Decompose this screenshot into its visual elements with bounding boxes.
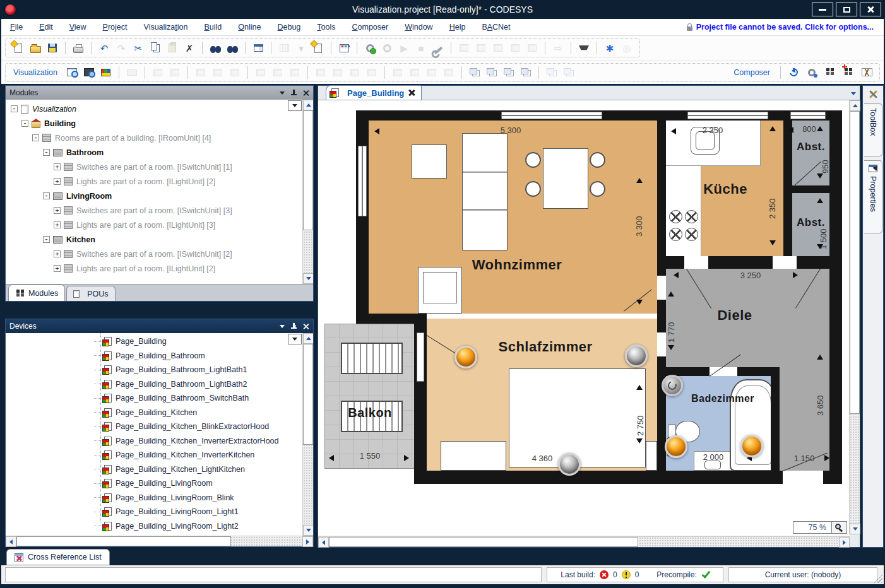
composer-settings-icon[interactable]: ✱ — [602, 40, 617, 56]
menu-visualization[interactable]: Visualization — [144, 23, 188, 32]
lamp-badezimmer-right[interactable] — [740, 435, 763, 457]
device-item[interactable]: Page_Building_Bathroom_LightBath1 — [6, 363, 313, 377]
tab-page-building[interactable]: Page_Building — [326, 85, 422, 100]
scroll-up-icon[interactable] — [303, 333, 313, 344]
tree-item-bathroom[interactable]: -Bathroom — [8, 145, 313, 160]
menu-view[interactable]: View — [69, 23, 86, 32]
zoom-value[interactable]: 75 % — [793, 521, 832, 534]
new-file-icon[interactable] — [11, 40, 26, 56]
open-file-icon[interactable] — [28, 40, 43, 56]
close-button[interactable] — [860, 3, 881, 16]
online-config-wrench-icon[interactable] — [431, 40, 446, 56]
tree-item-switches[interactable]: +Switches are part of a room. [ISwitchUn… — [8, 203, 313, 218]
close-icon[interactable] — [303, 90, 309, 96]
scroll-down-icon[interactable] — [850, 524, 860, 534]
close-icon[interactable] — [303, 323, 309, 329]
expand-icon[interactable]: + — [54, 265, 61, 272]
save-icon[interactable] — [45, 40, 60, 56]
device-item[interactable]: Page_Building_Kitchen_BlinkExtractorHood — [6, 420, 313, 434]
pin-icon[interactable] — [291, 90, 297, 97]
scroll-right-icon[interactable] — [302, 536, 313, 547]
device-repository-cart-icon[interactable] — [576, 40, 591, 56]
tab-cross-reference-list[interactable]: Cross Reference List — [6, 549, 110, 565]
tree-item-rooms[interactable]: -Rooms are part of a building. [IRoomUni… — [8, 131, 313, 145]
menu-bacnet[interactable]: BACNet — [482, 23, 510, 32]
device-item[interactable]: Page_Building_Kitchen_LightKitchen — [6, 462, 313, 477]
scroll-down-icon[interactable] — [303, 525, 313, 536]
device-item[interactable]: Page_Building_Kitchen_InverterExtractorH… — [6, 434, 313, 449]
menu-online[interactable]: Online — [238, 23, 261, 32]
devices-panel-header[interactable]: Devices — [6, 319, 313, 333]
menu-debug[interactable]: Debug — [277, 23, 300, 32]
tree-item-kitchen[interactable]: -Kitchen — [8, 232, 313, 247]
scroll-right-icon[interactable] — [839, 537, 850, 548]
send-to-back-icon[interactable] — [518, 65, 533, 80]
device-item[interactable]: Page_Building_Bathroom_SwitchBath — [6, 391, 313, 406]
maximize-button[interactable] — [836, 3, 857, 16]
scroll-thumb[interactable] — [303, 344, 313, 445]
expand-icon[interactable]: + — [54, 178, 61, 185]
delete-icon[interactable]: ✗ — [182, 40, 197, 56]
devices-hscrollbar[interactable] — [6, 536, 313, 546]
scroll-thumb[interactable] — [303, 110, 313, 230]
library-manager-icon[interactable] — [251, 40, 266, 56]
hotkey-configuration-icon[interactable] — [81, 65, 97, 80]
new-page-icon[interactable] — [311, 40, 326, 56]
collapse-icon[interactable]: - — [43, 192, 50, 199]
tree-item-building[interactable]: -Building — [8, 116, 313, 131]
tree-filter-dropdown[interactable] — [288, 100, 302, 111]
interface-editor-icon[interactable] — [64, 65, 80, 80]
collapse-icon[interactable]: - — [43, 149, 50, 156]
menu-window[interactable]: Window — [405, 23, 432, 32]
tab-list-dropdown-icon[interactable] — [851, 92, 856, 98]
device-item[interactable]: Page_Building_LivingRoom_Light2 — [6, 519, 313, 534]
device-item[interactable]: Page_Building_Bathroom — [6, 349, 313, 363]
panel-menu-icon[interactable] — [280, 325, 285, 331]
collapse-icon[interactable]: - — [11, 105, 18, 112]
bring-to-front-icon[interactable] — [467, 65, 482, 80]
device-item[interactable]: Page_Building — [6, 334, 313, 349]
tab-pous[interactable]: POUs — [66, 286, 115, 301]
minimize-button[interactable] — [812, 3, 833, 16]
menu-edit[interactable]: Edit — [39, 23, 53, 32]
scroll-down-icon[interactable] — [303, 273, 313, 284]
scroll-thumb[interactable] — [16, 536, 231, 546]
login-icon[interactable] — [362, 40, 377, 56]
add-module-library-icon[interactable] — [841, 65, 856, 80]
menu-build[interactable]: Build — [205, 23, 222, 32]
scroll-left-icon[interactable] — [318, 537, 329, 548]
tree-item-livingroom[interactable]: -LivingRoom — [8, 189, 313, 203]
devices-vscrollbar[interactable] — [302, 333, 313, 536]
tree-item-lights[interactable]: +Lights are part of a room. [ILightUnit]… — [8, 261, 313, 276]
switch-schlafzimmer-bottom[interactable] — [558, 453, 581, 476]
scroll-up-icon[interactable] — [850, 100, 860, 111]
zoom-tool-button[interactable] — [832, 521, 847, 534]
expand-icon[interactable]: + — [54, 163, 61, 170]
build-icon[interactable] — [336, 40, 352, 56]
close-tab-icon[interactable] — [408, 90, 415, 96]
expand-icon[interactable]: + — [54, 207, 61, 214]
tree-item-switches[interactable]: +Switches are part of a room. [ISwitchUn… — [8, 247, 313, 261]
canvas-vscrollbar[interactable] — [849, 100, 860, 534]
modules-vscrollbar[interactable] — [302, 100, 313, 284]
readonly-warning[interactable]: Project file cannot be saved. Click for … — [687, 23, 874, 32]
composer-generate-icon[interactable] — [804, 65, 819, 80]
module-diagnosis-icon[interactable] — [859, 65, 874, 80]
scroll-left-icon[interactable] — [6, 536, 16, 547]
tree-item-lights[interactable]: +Lights are part of a room. [ILightUnit]… — [8, 174, 313, 189]
copy-icon[interactable] — [148, 40, 163, 56]
expand-icon[interactable]: + — [54, 250, 61, 257]
device-item[interactable]: Page_Building_LivingRoom_Light1 — [6, 505, 313, 519]
tree-item-visualization[interactable]: -Visualization — [8, 102, 313, 116]
tab-modules[interactable]: Modules — [8, 285, 65, 301]
replace-icon[interactable] — [225, 40, 240, 56]
tree-item-switches[interactable]: +Switches are part of a room. [ISwitchUn… — [8, 160, 313, 174]
scroll-up-icon[interactable] — [303, 100, 313, 110]
cut-icon[interactable]: ✂ — [131, 40, 146, 56]
menu-project[interactable]: Project — [103, 23, 128, 32]
device-item[interactable]: Page_Building_Kitchen_InverterKitchen — [6, 448, 313, 462]
pin-icon[interactable] — [291, 323, 297, 330]
menu-tools[interactable]: Tools — [317, 23, 335, 32]
device-item[interactable]: Page_Building_Kitchen — [6, 406, 313, 420]
tab-toolbox[interactable]: ToolBox — [864, 103, 882, 156]
